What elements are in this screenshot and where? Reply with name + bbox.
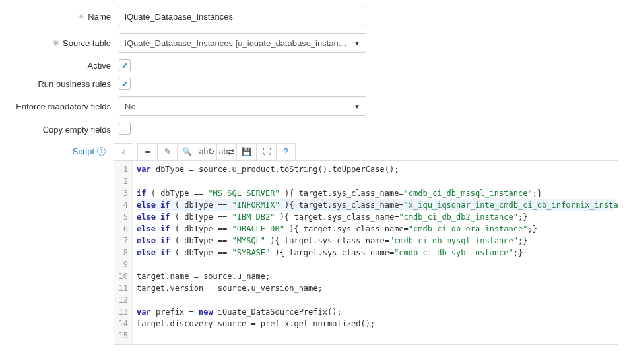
code-line[interactable] bbox=[137, 294, 614, 306]
source-table-value: iQuate_Database_Instances [u_iquate_data… bbox=[125, 38, 354, 48]
line-number: 11 bbox=[114, 282, 128, 294]
chevron-down-icon: ▼ bbox=[354, 40, 360, 47]
editor-help-button[interactable]: ? bbox=[276, 143, 296, 160]
source-table-label: ✳Source table bbox=[7, 38, 119, 48]
line-number: 15 bbox=[114, 330, 128, 342]
required-icon: ✳ bbox=[77, 11, 85, 22]
code-line[interactable]: target.version = source.u_version_name; bbox=[137, 282, 614, 294]
code-line[interactable]: var dbType = source.u_product.toString()… bbox=[137, 164, 614, 175]
line-number: 2 bbox=[114, 175, 128, 187]
line-number: 13 bbox=[114, 306, 128, 318]
script-editor[interactable]: 123456789101112131415 var dbType = sourc… bbox=[114, 160, 618, 345]
code-line[interactable]: target.name = source.u_name; bbox=[137, 270, 614, 282]
code-line[interactable]: else if ( dbType == "IBM DB2" ){ target.… bbox=[137, 211, 614, 223]
code-line[interactable]: target.discovery_source = prefix.get_nor… bbox=[137, 318, 614, 330]
code-line[interactable]: if ( dbType == "MS SQL SERVER" ){ target… bbox=[137, 187, 614, 199]
script-label-link[interactable]: Script ? bbox=[73, 146, 106, 156]
run-business-rules-label: Run business rules bbox=[7, 79, 119, 89]
line-number: 14 bbox=[114, 318, 128, 330]
required-icon: ✳ bbox=[52, 38, 60, 48]
enforce-mandatory-value: No bbox=[125, 102, 354, 111]
search-button[interactable]: 🔍 bbox=[177, 143, 197, 160]
code-line[interactable]: else if ( dbType == "INFORMIX" ){ target… bbox=[137, 199, 614, 211]
editor-toolbar: ⟐ ≣ ✎ 🔍 ab↻ ab⇄ 💾 ⛶ ? bbox=[114, 143, 618, 160]
name-label: ✳Name bbox=[7, 11, 119, 22]
enforce-mandatory-select[interactable]: No ▼ bbox=[119, 96, 366, 116]
code-line[interactable] bbox=[137, 258, 614, 270]
line-number: 9 bbox=[114, 258, 128, 270]
replace-button[interactable]: ab↻ bbox=[197, 143, 216, 160]
code-line[interactable]: else if ( dbType == "SYBASE" ){ target.s… bbox=[137, 247, 614, 258]
code-line[interactable]: else if ( dbType == "ORACLE DB" ){ targe… bbox=[137, 223, 614, 235]
help-icon: ? bbox=[97, 147, 106, 156]
name-input[interactable] bbox=[119, 7, 366, 26]
line-number: 10 bbox=[114, 270, 128, 282]
run-business-rules-checkbox[interactable] bbox=[119, 78, 131, 90]
code-line[interactable] bbox=[137, 175, 614, 187]
toggle-syntax-button[interactable]: ⟐ bbox=[114, 143, 133, 160]
code-line[interactable] bbox=[137, 330, 614, 342]
enforce-mandatory-label: Enforce mandatory fields bbox=[7, 102, 119, 111]
line-number: 12 bbox=[114, 294, 128, 306]
chevron-down-icon: ▼ bbox=[354, 103, 360, 110]
line-number: 7 bbox=[114, 235, 128, 247]
line-number: 3 bbox=[114, 187, 128, 199]
code-line[interactable]: else if ( dbType == "MYSQL" ){ target.sy… bbox=[137, 235, 614, 247]
copy-empty-label: Copy empty fields bbox=[7, 125, 119, 135]
save-button[interactable]: 💾 bbox=[236, 143, 256, 160]
line-number: 1 bbox=[114, 164, 128, 175]
format-code-button[interactable]: ≣ bbox=[137, 143, 157, 160]
line-number: 5 bbox=[114, 211, 128, 223]
toggle-comment-button[interactable]: ✎ bbox=[157, 143, 177, 160]
active-label: Active bbox=[7, 61, 119, 71]
source-table-select[interactable]: iQuate_Database_Instances [u_iquate_data… bbox=[119, 33, 366, 53]
code-line[interactable]: var prefix = new iQuate_DataSourcePrefix… bbox=[137, 306, 614, 318]
line-number: 8 bbox=[114, 247, 128, 258]
fullscreen-button[interactable]: ⛶ bbox=[256, 143, 276, 160]
replace-all-button[interactable]: ab⇄ bbox=[216, 143, 236, 160]
line-number: 6 bbox=[114, 223, 128, 235]
line-number: 4 bbox=[114, 199, 128, 211]
active-checkbox[interactable] bbox=[119, 59, 131, 71]
copy-empty-checkbox[interactable] bbox=[119, 123, 131, 135]
